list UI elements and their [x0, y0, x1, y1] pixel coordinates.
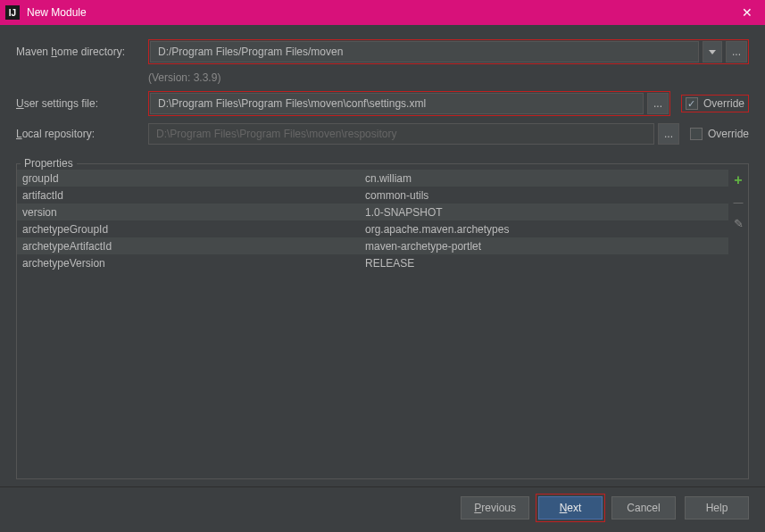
user-settings-override-checkbox[interactable] [686, 97, 698, 110]
prop-value: cn.william [365, 172, 728, 185]
local-repo-input: D:\Program Files\Program Files\moven\res… [148, 123, 654, 145]
dialog-content: Maven home directory: D:/Program Files/P… [0, 25, 765, 486]
table-row[interactable]: version 1.0-SNAPSHOT [17, 204, 728, 220]
properties-table[interactable]: groupId cn.william artifactId common-uti… [17, 170, 728, 478]
prop-value: RELEASE [365, 257, 728, 270]
add-property-button[interactable]: + [731, 173, 745, 187]
maven-home-combo[interactable]: D:/Program Files/Program Files/moven [150, 41, 699, 62]
local-repo-row: Local repository: D:\Program Files\Progr… [16, 123, 749, 145]
prop-key: archetypeVersion [17, 257, 365, 270]
prop-value: common-utils [365, 189, 728, 202]
user-settings-field-group: D:\Program Files\Program Files\moven\con… [148, 91, 670, 116]
close-icon[interactable]: ✕ [735, 0, 760, 25]
maven-home-dropdown-button[interactable] [703, 41, 722, 62]
user-settings-override-group: Override [681, 95, 749, 112]
prop-value: 1.0-SNAPSHOT [365, 206, 728, 219]
titlebar[interactable]: IJ New Module ✕ [0, 0, 765, 25]
user-settings-browse-button[interactable]: ... [647, 93, 669, 114]
maven-home-label: Maven home directory: [16, 46, 141, 58]
help-button[interactable]: Help [685, 496, 749, 520]
prop-value: maven-archetype-portlet [365, 240, 728, 253]
dialog-footer: Previous Next Cancel Help [0, 486, 765, 532]
local-repo-browse-button[interactable]: ... [658, 123, 679, 145]
next-button[interactable]: Next [538, 496, 603, 520]
maven-home-value: D:/Program Files/Program Files/moven [158, 46, 343, 58]
user-settings-label: User settings file: [16, 97, 141, 110]
prop-key: groupId [17, 172, 365, 185]
maven-home-browse-button[interactable]: ... [726, 41, 747, 62]
new-module-dialog: IJ New Module ✕ Maven home directory: D:… [0, 0, 765, 532]
user-settings-input[interactable]: D:\Program Files\Program Files\moven\con… [150, 93, 644, 114]
maven-home-row: Maven home directory: D:/Program Files/P… [16, 39, 749, 64]
table-row[interactable]: archetypeVersion RELEASE [17, 254, 728, 271]
properties-actions: + — ✎ [728, 170, 748, 478]
maven-home-field-group: D:/Program Files/Program Files/moven ... [148, 39, 749, 64]
prop-key: archetypeArtifactId [17, 240, 365, 253]
table-row[interactable]: groupId cn.william [17, 170, 728, 187]
previous-button[interactable]: Previous [461, 496, 529, 520]
local-repo-override-checkbox[interactable] [690, 128, 703, 140]
user-settings-override-label: Override [703, 97, 744, 110]
remove-property-button[interactable]: — [731, 195, 745, 209]
maven-version-text: (Version: 3.3.9) [148, 71, 749, 84]
app-icon: IJ [5, 5, 20, 20]
local-repo-field-group: D:\Program Files\Program Files\moven\res… [148, 123, 679, 145]
prop-value: org.apache.maven.archetypes [365, 223, 728, 236]
edit-property-button[interactable]: ✎ [731, 216, 745, 230]
prop-key: artifactId [17, 189, 365, 202]
table-row[interactable]: artifactId common-utils [17, 187, 728, 204]
user-settings-row: User settings file: D:\Program Files\Pro… [16, 91, 749, 116]
prop-key: version [17, 206, 365, 219]
prop-key: archetypeGroupId [17, 223, 365, 236]
local-repo-override-label: Override [708, 128, 749, 140]
window-title: New Module [27, 6, 735, 19]
cancel-button[interactable]: Cancel [611, 496, 676, 520]
table-row[interactable]: archetypeArtifactId maven-archetype-port… [17, 237, 728, 254]
table-row[interactable]: archetypeGroupId org.apache.maven.archet… [17, 220, 728, 237]
local-repo-label: Local repository: [16, 128, 141, 140]
local-repo-override-group: Override [690, 128, 749, 140]
properties-legend: Properties [21, 157, 77, 170]
properties-fieldset: Properties groupId cn.william artifactId… [16, 157, 749, 479]
chevron-down-icon [709, 50, 716, 54]
